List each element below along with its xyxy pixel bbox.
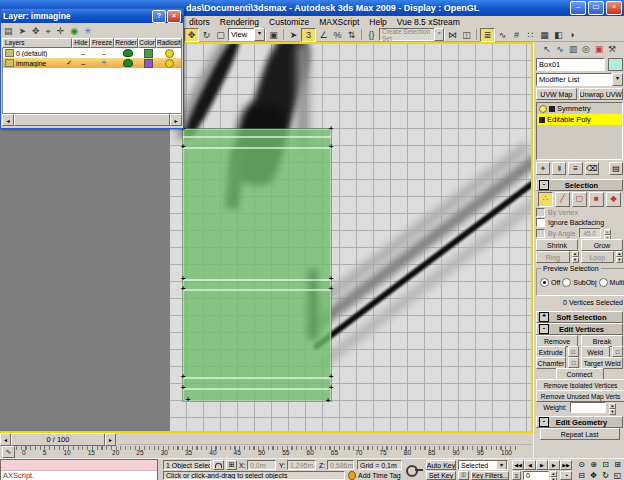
hide-toggle[interactable]: – xyxy=(74,50,92,57)
object-color-swatch[interactable] xyxy=(608,58,623,71)
angle-value-field[interactable]: 45.0 xyxy=(579,228,601,238)
percent-snap-icon[interactable]: % xyxy=(331,29,344,41)
column-header-color[interactable]: Color xyxy=(138,38,156,48)
absolute-offset-toggle-icon[interactable]: ⊞ xyxy=(226,460,237,470)
hide-toggle[interactable]: – xyxy=(74,60,92,67)
collapse-icon[interactable]: - xyxy=(539,324,549,334)
render-toggle[interactable] xyxy=(116,49,140,57)
vertex-subobject-icon[interactable]: ∴ xyxy=(538,192,553,207)
column-header-layers[interactable]: Layers xyxy=(2,38,72,48)
checkbox[interactable] xyxy=(536,218,545,227)
play-icon[interactable]: ▶ xyxy=(536,460,548,470)
selection-rollout-header[interactable]: - Selection xyxy=(536,179,623,191)
y-coordinate-field[interactable]: 1,295m xyxy=(287,460,316,470)
zoom-extents-all-icon[interactable]: ⊞ xyxy=(612,460,623,470)
mirror-icon[interactable]: ⋈ xyxy=(446,29,459,41)
collapse-icon[interactable]: - xyxy=(539,417,549,427)
spinner-snap-icon[interactable]: ⇅ xyxy=(345,29,358,41)
layer-dialog-titlebar[interactable]: Layer: immagine ? × xyxy=(1,9,183,23)
soft-selection-rollout-header[interactable]: + Soft Selection xyxy=(536,311,623,323)
close-icon[interactable]: × xyxy=(167,10,181,23)
minimize-button[interactable]: – xyxy=(570,1,586,15)
select-and-rotate-icon[interactable]: ↻ xyxy=(200,29,213,41)
selection-lock-icon[interactable] xyxy=(213,460,224,470)
zoom-region-icon[interactable]: ⊟ xyxy=(576,471,587,480)
key-filters-button[interactable]: Key Filters... xyxy=(471,471,509,480)
configure-modifier-sets-icon[interactable]: ▤ xyxy=(609,162,623,175)
checkbox[interactable] xyxy=(536,229,545,238)
edit-geometry-rollout-header[interactable]: - Edit Geometry xyxy=(536,416,623,428)
menu-item-help[interactable]: Help xyxy=(364,17,391,27)
loop-button[interactable]: Loop xyxy=(581,251,615,263)
uvw-map-button[interactable]: UVW Map xyxy=(536,88,577,100)
loop-spinner[interactable]: ▴▾ xyxy=(616,251,623,261)
vertex-tick[interactable]: + xyxy=(328,374,334,380)
modify-tab-icon[interactable]: ∿ xyxy=(554,43,567,55)
vertex-tick[interactable]: + xyxy=(180,385,186,391)
chevron-down-icon[interactable]: ▾ xyxy=(496,460,507,470)
go-to-end-icon[interactable]: ▶▶ xyxy=(560,460,572,470)
select-and-manipulate-icon[interactable]: ➤ xyxy=(287,29,300,41)
named-selection-set-dropdown[interactable]: Create Selection Set ▾ xyxy=(379,28,445,41)
checkbox[interactable] xyxy=(536,208,545,217)
vertex-tick[interactable]: + xyxy=(180,374,186,380)
create-tab-icon[interactable]: ↖ xyxy=(541,43,554,55)
set-key-button[interactable]: Set Key xyxy=(426,471,456,480)
object-name-field[interactable]: Box01 xyxy=(536,58,605,71)
z-coordinate-field[interactable]: 0,586m xyxy=(327,460,354,470)
extrude-settings-icon[interactable]: □ xyxy=(568,346,579,357)
key-set-dropdown[interactable]: Selected ▾ xyxy=(458,460,508,470)
time-slider-handle[interactable]: 0 / 100 xyxy=(11,433,105,446)
select-and-move-icon[interactable]: ✥ xyxy=(184,28,199,42)
auto-key-button[interactable]: Auto Key xyxy=(426,460,456,470)
vertex-tick[interactable]: + xyxy=(328,126,334,132)
add-selection-to-layer-icon[interactable]: ✥ xyxy=(32,25,40,37)
listener-row[interactable]: AXScript. xyxy=(1,471,157,480)
restore-button[interactable]: ▭ xyxy=(588,1,604,15)
vertex-tick[interactable]: + xyxy=(180,286,186,292)
angle-spinner[interactable]: ▴▾ xyxy=(604,229,611,238)
modifier-list-dropdown[interactable]: Modifier List ▾ xyxy=(536,73,623,86)
set-key-icon[interactable]: ⚿ xyxy=(458,471,469,480)
display-tab-icon[interactable]: ▣ xyxy=(593,43,606,55)
vertex-tick[interactable]: + xyxy=(180,276,186,282)
menu-item-editors[interactable]: ditors xyxy=(184,17,215,27)
layer-color-swatch[interactable] xyxy=(139,59,157,68)
arc-rotate-icon[interactable]: ↻ xyxy=(600,471,611,480)
utilities-tab-icon[interactable]: ⚒ xyxy=(606,43,619,55)
zoom-icon[interactable]: ⊙ xyxy=(576,460,587,470)
column-header-radiosity[interactable]: Radiosity xyxy=(156,38,182,48)
remove-modifier-icon[interactable]: ⌫ xyxy=(585,162,599,175)
layer-row-immagine[interactable]: immagine ✓ – ✳ xyxy=(3,58,181,68)
edit-named-selection-sets-icon[interactable]: {} xyxy=(365,29,378,41)
layer-dialog[interactable]: Layer: immagine ? × ▤ ➤ ✥ ⌖ ✛ ◉ ✳ Layers… xyxy=(0,8,184,129)
pin-stack-icon[interactable]: ⌖ xyxy=(536,162,550,175)
help-button[interactable]: ? xyxy=(152,10,166,23)
vertex-tick[interactable]: + xyxy=(180,144,186,150)
ignore-backfacing-checkbox-row[interactable]: Ignore Backfacing xyxy=(536,218,623,227)
weight-field[interactable] xyxy=(570,402,606,413)
close-button[interactable]: × xyxy=(606,1,622,15)
repeat-last-button[interactable]: Repeat Last xyxy=(540,428,620,440)
vertex-tick[interactable]: + xyxy=(328,144,334,150)
current-layer-check[interactable]: ✓ xyxy=(64,59,74,67)
collapse-icon[interactable]: - xyxy=(539,180,549,190)
column-header-freeze[interactable]: Freeze xyxy=(90,38,114,48)
snaps-toggle-icon[interactable]: 3 xyxy=(301,28,316,42)
highlight-layer-icon[interactable]: ✛ xyxy=(57,25,65,37)
key-mode-toggle-icon[interactable]: ≡ xyxy=(512,471,521,480)
column-header-hide[interactable]: Hide xyxy=(72,38,90,48)
use-pivot-point-center-icon[interactable]: ▣ xyxy=(267,29,280,41)
weight-spinner[interactable]: ▴▾ xyxy=(609,403,616,413)
scroll-left-icon[interactable]: ◂ xyxy=(2,114,14,126)
render-icon[interactable]: ◗ xyxy=(566,29,579,41)
radio-off[interactable] xyxy=(540,278,549,287)
angle-snap-icon[interactable]: ∠ xyxy=(317,29,330,41)
stack-item-editable-poly[interactable]: Editable Poly xyxy=(537,114,622,125)
track-bar[interactable]: ∿ 05101520253035404550556065707580859095… xyxy=(0,446,533,458)
add-time-tag[interactable]: Add Time Tag xyxy=(358,471,404,480)
menu-item-customize[interactable]: Customize xyxy=(264,17,314,27)
scrollbar-thumb[interactable] xyxy=(14,114,170,126)
render-setup-icon[interactable]: ▦ xyxy=(538,29,551,41)
render-toggle[interactable] xyxy=(116,59,140,67)
